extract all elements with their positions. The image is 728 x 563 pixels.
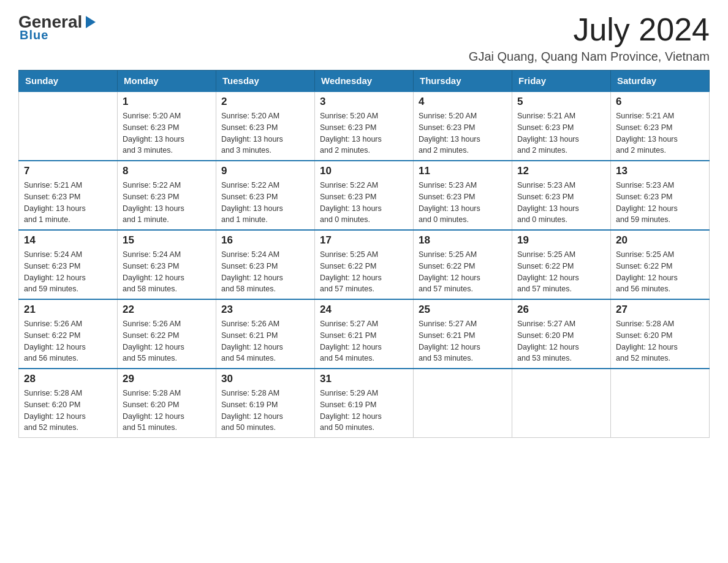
calendar-cell: 17Sunrise: 5:25 AM Sunset: 6:22 PM Dayli… bbox=[315, 230, 414, 299]
header-tuesday: Tuesday bbox=[216, 71, 315, 92]
day-number: 18 bbox=[419, 234, 507, 247]
day-number: 16 bbox=[221, 234, 309, 247]
day-info: Sunrise: 5:23 AM Sunset: 6:23 PM Dayligh… bbox=[616, 180, 704, 226]
day-info: Sunrise: 5:26 AM Sunset: 6:21 PM Dayligh… bbox=[221, 318, 309, 364]
month-title: July 2024 bbox=[469, 12, 710, 47]
day-number: 12 bbox=[517, 165, 605, 177]
day-info: Sunrise: 5:22 AM Sunset: 6:23 PM Dayligh… bbox=[320, 180, 408, 226]
calendar-week-2: 7Sunrise: 5:21 AM Sunset: 6:23 PM Daylig… bbox=[19, 161, 710, 230]
header-thursday: Thursday bbox=[414, 71, 512, 92]
day-number: 20 bbox=[616, 234, 704, 247]
header-monday: Monday bbox=[118, 71, 216, 92]
calendar-cell: 1Sunrise: 5:20 AM Sunset: 6:23 PM Daylig… bbox=[118, 91, 216, 161]
calendar-week-5: 28Sunrise: 5:28 AM Sunset: 6:20 PM Dayli… bbox=[19, 369, 710, 438]
day-number: 9 bbox=[221, 165, 309, 177]
day-number: 25 bbox=[419, 304, 507, 316]
day-info: Sunrise: 5:23 AM Sunset: 6:23 PM Dayligh… bbox=[419, 180, 507, 226]
calendar-cell: 11Sunrise: 5:23 AM Sunset: 6:23 PM Dayli… bbox=[414, 161, 512, 230]
day-info: Sunrise: 5:28 AM Sunset: 6:20 PM Dayligh… bbox=[24, 388, 112, 434]
calendar-cell: 5Sunrise: 5:21 AM Sunset: 6:23 PM Daylig… bbox=[512, 91, 611, 161]
calendar-cell: 31Sunrise: 5:29 AM Sunset: 6:19 PM Dayli… bbox=[315, 369, 414, 438]
day-info: Sunrise: 5:27 AM Sunset: 6:20 PM Dayligh… bbox=[517, 318, 605, 364]
calendar-cell bbox=[414, 369, 512, 438]
calendar-cell: 7Sunrise: 5:21 AM Sunset: 6:23 PM Daylig… bbox=[19, 161, 118, 230]
header-friday: Friday bbox=[512, 71, 611, 92]
calendar-cell: 26Sunrise: 5:27 AM Sunset: 6:20 PM Dayli… bbox=[512, 299, 611, 369]
day-number: 17 bbox=[320, 234, 408, 247]
calendar-cell bbox=[611, 369, 710, 438]
calendar-cell: 19Sunrise: 5:25 AM Sunset: 6:22 PM Dayli… bbox=[512, 230, 611, 299]
day-number: 8 bbox=[123, 165, 211, 177]
day-info: Sunrise: 5:28 AM Sunset: 6:19 PM Dayligh… bbox=[221, 388, 309, 434]
day-number: 11 bbox=[419, 165, 507, 177]
calendar-cell bbox=[512, 369, 611, 438]
day-info: Sunrise: 5:24 AM Sunset: 6:23 PM Dayligh… bbox=[123, 249, 211, 295]
day-info: Sunrise: 5:27 AM Sunset: 6:21 PM Dayligh… bbox=[419, 318, 507, 364]
day-info: Sunrise: 5:21 AM Sunset: 6:23 PM Dayligh… bbox=[517, 110, 605, 156]
logo: General Blue bbox=[18, 12, 99, 42]
logo-arrow-icon bbox=[82, 13, 99, 31]
calendar-cell: 9Sunrise: 5:22 AM Sunset: 6:23 PM Daylig… bbox=[216, 161, 315, 230]
calendar-cell: 22Sunrise: 5:26 AM Sunset: 6:22 PM Dayli… bbox=[118, 299, 216, 369]
day-number: 7 bbox=[24, 165, 112, 177]
calendar-cell: 3Sunrise: 5:20 AM Sunset: 6:23 PM Daylig… bbox=[315, 91, 414, 161]
day-number: 23 bbox=[221, 304, 309, 316]
calendar-cell: 12Sunrise: 5:23 AM Sunset: 6:23 PM Dayli… bbox=[512, 161, 611, 230]
calendar-week-3: 14Sunrise: 5:24 AM Sunset: 6:23 PM Dayli… bbox=[19, 230, 710, 299]
location-title: GJai Quang, Quang Nam Province, Vietnam bbox=[469, 50, 710, 64]
header-sunday: Sunday bbox=[19, 71, 118, 92]
day-info: Sunrise: 5:25 AM Sunset: 6:22 PM Dayligh… bbox=[517, 249, 605, 295]
day-info: Sunrise: 5:25 AM Sunset: 6:22 PM Dayligh… bbox=[616, 249, 704, 295]
logo-blue-label: Blue bbox=[20, 28, 48, 42]
calendar-cell: 24Sunrise: 5:27 AM Sunset: 6:21 PM Dayli… bbox=[315, 299, 414, 369]
day-info: Sunrise: 5:27 AM Sunset: 6:21 PM Dayligh… bbox=[320, 318, 408, 364]
day-info: Sunrise: 5:28 AM Sunset: 6:20 PM Dayligh… bbox=[123, 388, 211, 434]
day-number: 3 bbox=[320, 96, 408, 108]
calendar-cell: 30Sunrise: 5:28 AM Sunset: 6:19 PM Dayli… bbox=[216, 369, 315, 438]
calendar-cell: 16Sunrise: 5:24 AM Sunset: 6:23 PM Dayli… bbox=[216, 230, 315, 299]
day-info: Sunrise: 5:22 AM Sunset: 6:23 PM Dayligh… bbox=[221, 180, 309, 226]
day-number: 13 bbox=[616, 165, 704, 177]
logo-blue-line: Blue bbox=[20, 28, 48, 42]
day-info: Sunrise: 5:22 AM Sunset: 6:23 PM Dayligh… bbox=[123, 180, 211, 226]
day-info: Sunrise: 5:21 AM Sunset: 6:23 PM Dayligh… bbox=[24, 180, 112, 226]
calendar-cell: 10Sunrise: 5:22 AM Sunset: 6:23 PM Dayli… bbox=[315, 161, 414, 230]
day-info: Sunrise: 5:24 AM Sunset: 6:23 PM Dayligh… bbox=[221, 249, 309, 295]
day-info: Sunrise: 5:21 AM Sunset: 6:23 PM Dayligh… bbox=[616, 110, 704, 156]
calendar-cell: 6Sunrise: 5:21 AM Sunset: 6:23 PM Daylig… bbox=[611, 91, 710, 161]
day-number: 19 bbox=[517, 234, 605, 247]
day-number: 26 bbox=[517, 304, 605, 316]
day-number: 5 bbox=[517, 96, 605, 108]
header: General Blue July 2024 GJai Quang, Quang… bbox=[18, 12, 710, 64]
day-number: 6 bbox=[616, 96, 704, 108]
day-info: Sunrise: 5:24 AM Sunset: 6:23 PM Dayligh… bbox=[24, 249, 112, 295]
calendar-cell: 2Sunrise: 5:20 AM Sunset: 6:23 PM Daylig… bbox=[216, 91, 315, 161]
calendar-cell: 23Sunrise: 5:26 AM Sunset: 6:21 PM Dayli… bbox=[216, 299, 315, 369]
day-info: Sunrise: 5:20 AM Sunset: 6:23 PM Dayligh… bbox=[320, 110, 408, 156]
day-info: Sunrise: 5:23 AM Sunset: 6:23 PM Dayligh… bbox=[517, 180, 605, 226]
day-number: 21 bbox=[24, 304, 112, 316]
header-wednesday: Wednesday bbox=[315, 71, 414, 92]
day-number: 27 bbox=[616, 304, 704, 316]
day-number: 24 bbox=[320, 304, 408, 316]
calendar-cell: 21Sunrise: 5:26 AM Sunset: 6:22 PM Dayli… bbox=[19, 299, 118, 369]
calendar-cell: 20Sunrise: 5:25 AM Sunset: 6:22 PM Dayli… bbox=[611, 230, 710, 299]
calendar-cell: 4Sunrise: 5:20 AM Sunset: 6:23 PM Daylig… bbox=[414, 91, 512, 161]
calendar-cell: 14Sunrise: 5:24 AM Sunset: 6:23 PM Dayli… bbox=[19, 230, 118, 299]
calendar-cell: 28Sunrise: 5:28 AM Sunset: 6:20 PM Dayli… bbox=[19, 369, 118, 438]
day-info: Sunrise: 5:26 AM Sunset: 6:22 PM Dayligh… bbox=[24, 318, 112, 364]
calendar-week-1: 1Sunrise: 5:20 AM Sunset: 6:23 PM Daylig… bbox=[19, 91, 710, 161]
day-number: 28 bbox=[24, 373, 112, 385]
calendar-cell: 29Sunrise: 5:28 AM Sunset: 6:20 PM Dayli… bbox=[118, 369, 216, 438]
day-number: 4 bbox=[419, 96, 507, 108]
day-number: 15 bbox=[123, 234, 211, 247]
header-saturday: Saturday bbox=[611, 71, 710, 92]
svg-marker-0 bbox=[86, 16, 96, 28]
day-number: 1 bbox=[123, 96, 211, 108]
calendar-cell: 13Sunrise: 5:23 AM Sunset: 6:23 PM Dayli… bbox=[611, 161, 710, 230]
day-info: Sunrise: 5:28 AM Sunset: 6:20 PM Dayligh… bbox=[616, 318, 704, 364]
day-number: 2 bbox=[221, 96, 309, 108]
day-number: 22 bbox=[123, 304, 211, 316]
calendar-cell: 25Sunrise: 5:27 AM Sunset: 6:21 PM Dayli… bbox=[414, 299, 512, 369]
calendar-cell: 27Sunrise: 5:28 AM Sunset: 6:20 PM Dayli… bbox=[611, 299, 710, 369]
